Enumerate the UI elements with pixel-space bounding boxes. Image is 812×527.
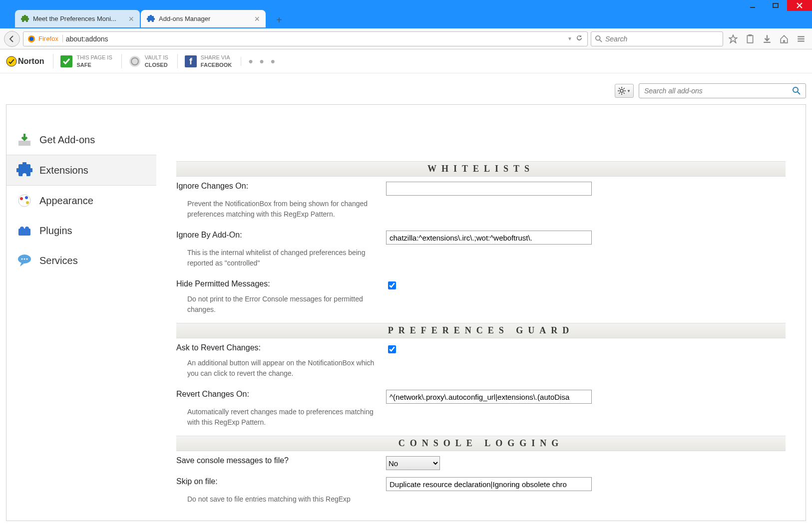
home-icon[interactable]	[777, 32, 791, 46]
dropdown-icon[interactable]: ▼	[567, 36, 572, 41]
window-titlebar: Meet the Preferences Moni... × Add-ons M…	[0, 0, 812, 28]
svg-point-24	[20, 197, 23, 200]
svg-line-7	[600, 39, 602, 41]
reload-icon[interactable]	[575, 34, 583, 43]
pref-desc: Do not save to file entries matching wit…	[176, 491, 376, 509]
paintbrush-icon	[16, 193, 32, 209]
save-file-select[interactable]: No	[386, 456, 440, 470]
window-maximize-button[interactable]	[764, 0, 787, 11]
hamburger-menu-icon[interactable]	[794, 32, 808, 46]
sidebar-label: Extensions	[39, 165, 88, 176]
svg-point-20	[793, 87, 798, 92]
addons-search-bar[interactable]	[639, 83, 806, 98]
gear-icon	[618, 87, 626, 95]
svg-point-23	[18, 195, 30, 207]
pref-desc: Do not print to the Error Console messag…	[176, 291, 376, 319]
hide-permitted-checkbox[interactable]	[388, 281, 396, 289]
back-button[interactable]	[4, 31, 20, 47]
pref-row-revert-on: Revert Changes On: Automatically revert …	[176, 385, 786, 434]
pref-row-skip-file: Skip on file: Do not save to file entrie…	[176, 472, 786, 511]
norton-share[interactable]: f SHARE VIAFACEBOOK	[177, 54, 232, 68]
svg-point-13	[6, 56, 16, 66]
puzzle-icon	[21, 15, 29, 23]
revert-on-input[interactable]	[386, 390, 592, 404]
sidebar-label: Get Add-ons	[39, 134, 95, 146]
sidebar-item-plugins[interactable]: Plugins	[6, 216, 156, 246]
section-header-guard: PREFERENCES GUARD	[176, 323, 786, 338]
window-controls	[741, 0, 812, 11]
svg-point-29	[25, 227, 29, 231]
download-box-icon	[16, 132, 32, 148]
svg-rect-9	[749, 34, 752, 36]
downloads-icon[interactable]	[760, 32, 774, 46]
chevron-down-icon: ▼	[627, 89, 631, 93]
pref-desc: An additional button will appear on the …	[176, 355, 376, 383]
addon-detail-panel[interactable]: WHITELISTS Ignore Changes On: Prevent th…	[156, 105, 806, 521]
pref-label: Hide Permitted Messages:	[176, 279, 386, 288]
norton-logo[interactable]: Norton	[6, 56, 44, 67]
addons-toolbar: ▼	[6, 79, 806, 104]
browser-navbar: Firefox about:addons ▼	[0, 28, 812, 49]
sidebar-item-appearance[interactable]: Appearance	[6, 186, 156, 216]
pref-label: Revert Changes On:	[176, 390, 386, 399]
skip-file-input[interactable]	[386, 477, 592, 491]
norton-more-icon[interactable]: ● ● ●	[241, 57, 277, 66]
bookmark-star-icon[interactable]	[726, 32, 740, 46]
pref-desc: Prevent the NotificationBox from being s…	[176, 196, 376, 224]
tab-preferences-monitor[interactable]: Meet the Preferences Moni... ×	[15, 10, 140, 27]
svg-point-28	[20, 227, 24, 231]
norton-vault[interactable]: VAULT ISCLOSED	[121, 54, 168, 68]
url-text: about:addons	[66, 35, 564, 43]
tab-close-icon[interactable]: ×	[254, 14, 260, 23]
ask-revert-checkbox[interactable]	[388, 345, 396, 353]
pref-desc: Automatically revert changes made to pre…	[176, 404, 376, 432]
pref-row-ask-revert: Ask to Revert Changes: An additional but…	[176, 338, 786, 385]
pref-row-hide-permitted: Hide Permitted Messages: Do not print to…	[176, 274, 786, 321]
svg-rect-8	[747, 35, 753, 43]
tab-label: Add-ons Manager	[159, 15, 210, 22]
svg-point-32	[24, 259, 25, 260]
sidebar-item-services[interactable]: Services	[6, 246, 156, 275]
tab-close-icon[interactable]: ×	[128, 14, 134, 23]
firefox-icon	[27, 35, 35, 43]
norton-toolbar: Norton THIS PAGE ISSAFE VAULT ISCLOSED f…	[0, 49, 812, 73]
window-close-button[interactable]	[787, 0, 812, 11]
window-minimize-button[interactable]	[741, 0, 764, 11]
pref-label: Save console messages to file?	[176, 456, 386, 465]
svg-line-21	[798, 92, 800, 94]
search-bar[interactable]	[591, 31, 723, 46]
browser-tabs: Meet the Preferences Moni... × Add-ons M…	[15, 10, 287, 27]
sidebar-label: Services	[39, 255, 78, 266]
sidebar-item-get-addons[interactable]: Get Add-ons	[6, 125, 156, 155]
norton-page-safe[interactable]: THIS PAGE ISSAFE	[53, 54, 112, 68]
ignore-by-addon-input[interactable]	[386, 231, 592, 245]
svg-point-33	[26, 259, 28, 260]
svg-rect-22	[18, 141, 30, 146]
puzzle-icon	[16, 162, 32, 178]
pref-label: Ignore By Add-On:	[176, 231, 386, 240]
svg-point-5	[29, 37, 33, 41]
svg-point-6	[596, 35, 600, 40]
addons-sidebar: Get Add-ons Extensions Appearance Plugin…	[6, 105, 156, 521]
pref-label: Ask to Revert Changes:	[176, 343, 386, 352]
sidebar-item-extensions[interactable]: Extensions	[6, 155, 156, 186]
tools-gear-button[interactable]: ▼	[615, 84, 634, 98]
tab-label: Meet the Preferences Moni...	[33, 15, 116, 22]
svg-rect-1	[773, 3, 778, 7]
section-header-console: CONSOLE LOGGING	[176, 436, 786, 451]
addons-content: ▼ Get Add-ons Extensions Appearance Plug…	[0, 73, 812, 527]
pref-row-save-file: Save console messages to file? No	[176, 451, 786, 472]
ignore-changes-input[interactable]	[386, 182, 592, 196]
identity-label: Firefox	[38, 35, 63, 42]
search-input[interactable]	[605, 35, 719, 43]
tab-addons-manager[interactable]: Add-ons Manager ×	[141, 10, 266, 27]
addons-search-input[interactable]	[644, 87, 793, 95]
magnifier-icon	[595, 35, 602, 42]
clipboard-icon[interactable]	[743, 32, 757, 46]
svg-text:f: f	[189, 56, 193, 66]
puzzle-icon	[147, 15, 155, 23]
search-icon[interactable]	[793, 87, 801, 95]
url-bar[interactable]: Firefox about:addons ▼	[23, 31, 588, 46]
pref-desc: This is the internal whitelist of change…	[176, 245, 376, 272]
new-tab-button[interactable]: +	[272, 12, 287, 27]
